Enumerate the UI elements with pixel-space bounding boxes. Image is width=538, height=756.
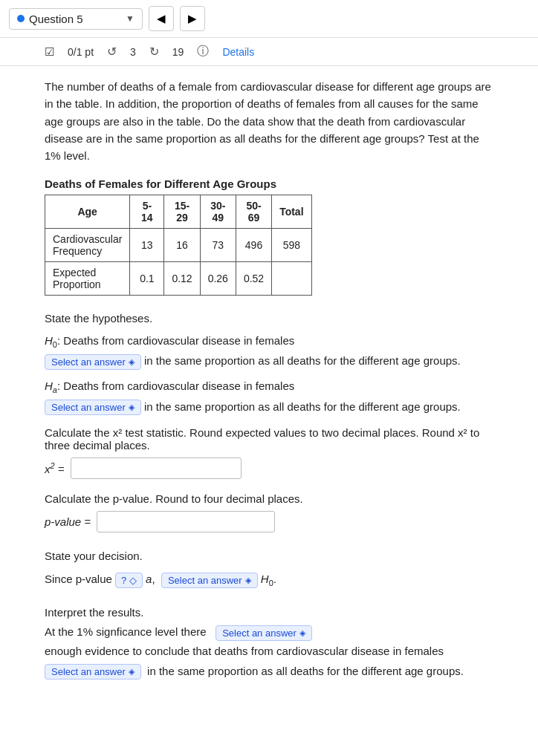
ha-text: : Deaths from cardiovascular disease in … <box>57 379 294 392</box>
interpret-suffix: in the same proportion as all deaths for… <box>147 665 464 677</box>
chi-squared-input[interactable] <box>71 457 242 479</box>
ha-suffix: in the same proportion as all deaths for… <box>144 400 461 413</box>
top-navigation-bar: Question 5 ▼ ◀ ▶ <box>0 0 538 38</box>
cell-exp-total <box>272 262 311 296</box>
prev-question-button[interactable]: ◀ <box>149 6 174 31</box>
h0-line: H0: Deaths from cardiovascular disease i… <box>45 331 493 371</box>
interpret-prefix: At the 1% signficance level there <box>45 625 207 638</box>
question-status-dot <box>17 15 25 22</box>
decision-select-chevron-icon: ◈ <box>245 576 251 585</box>
table-section: Deaths of Females for Different Age Grou… <box>45 177 493 296</box>
cell-cardio-15-29: 16 <box>164 229 200 262</box>
pvalue-comparison-button[interactable]: ? ◇ <box>115 573 143 588</box>
qmark-label: ? ◇ <box>121 575 137 586</box>
chi-squared-label: x2 = <box>45 461 65 475</box>
interpret-section: Interpret the results. At the 1% signfic… <box>45 603 493 681</box>
decision-section: State your decision. Since p-value ? ◇ a… <box>45 546 493 591</box>
main-content: The number of deaths of a female from ca… <box>0 66 538 699</box>
submission-count: 19 <box>172 46 184 58</box>
details-link[interactable]: Details <box>222 46 254 58</box>
cell-exp-30-49: 0.26 <box>200 262 236 296</box>
col-header-5-14: 5-14 <box>130 195 164 229</box>
chi-squared-intro: Calculate the x² test statistic. Round e… <box>45 426 493 452</box>
interpret-select2-button[interactable]: Select an answer ◈ <box>45 664 141 680</box>
hypothesis-section: State the hypotheses. H0: Deaths from ca… <box>45 309 493 416</box>
hypothesis-intro: State the hypotheses. <box>45 309 493 328</box>
pvalue-label: p-value = <box>45 515 91 528</box>
info-icon: ⓘ <box>197 44 209 59</box>
cell-exp-50-69: 0.52 <box>236 262 271 296</box>
pvalue-input-row: p-value = <box>45 511 493 532</box>
col-header-30-49: 30-49 <box>200 195 236 229</box>
table-row: ExpectedProportion 0.1 0.12 0.26 0.52 <box>45 262 312 296</box>
cell-exp-15-29: 0.12 <box>164 262 200 296</box>
retry-icon: ↺ <box>107 45 117 59</box>
ha-select-answer-button[interactable]: Select an answer ◈ <box>45 400 141 415</box>
decision-select-label: Select an answer <box>168 575 242 586</box>
cell-cardio-5-14: 13 <box>130 229 164 262</box>
table-title: Deaths of Females for Different Age Grou… <box>45 177 493 190</box>
interpret-line: At the 1% signficance level there Select… <box>45 622 493 681</box>
question-selector-chevron-icon: ▼ <box>126 13 134 24</box>
score-bar: ☑ 0/1 pt ↺ 3 ↻ 19 ⓘ Details <box>0 38 538 66</box>
table-header-row: Age 5-14 15-29 30-49 50-69 Total <box>45 195 312 229</box>
col-header-total: Total <box>272 195 311 229</box>
cell-cardio-total: 598 <box>272 229 311 262</box>
interpret-select1-label: Select an answer <box>222 628 296 639</box>
pvalue-section: Calculate the p-value. Round to four dec… <box>45 492 493 532</box>
col-header-age: Age <box>45 195 130 229</box>
next-icon: ▶ <box>188 12 197 25</box>
alpha-text: a, <box>146 573 158 585</box>
h0-select-chevron-icon: ◈ <box>129 357 134 367</box>
decision-h0: H0. <box>261 573 276 585</box>
h0-label: H0 <box>45 334 57 347</box>
data-table: Age 5-14 15-29 30-49 50-69 Total Cardiov… <box>45 195 312 296</box>
decision-select-answer-button[interactable]: Select an answer ◈ <box>161 573 258 588</box>
cell-exp-5-14: 0.1 <box>130 262 164 296</box>
row-label-cardiovascular: CardiovascularFrequency <box>45 229 130 262</box>
ha-select-chevron-icon: ◈ <box>129 403 134 412</box>
question-selector[interactable]: Question 5 ▼ <box>9 8 143 30</box>
submit-icon: ↻ <box>149 45 159 59</box>
interpret-intro: Interpret the results. <box>45 603 493 622</box>
interpret-select2-chevron-icon: ◈ <box>129 667 134 677</box>
ha-line: Ha: Deaths from cardiovascular disease i… <box>45 377 493 416</box>
row-label-expected: ExpectedProportion <box>45 262 130 296</box>
cell-cardio-50-69: 496 <box>236 229 271 262</box>
col-header-50-69: 50-69 <box>236 195 271 229</box>
decision-line: Since p-value ? ◇ a, Select an answer ◈ … <box>45 569 493 591</box>
h0-select-answer-label: Select an answer <box>51 356 126 368</box>
next-question-button[interactable]: ▶ <box>180 6 205 31</box>
chi-squared-input-row: x2 = <box>45 457 493 479</box>
score-display: 0/1 pt <box>68 46 94 58</box>
check-icon: ☑ <box>45 45 54 59</box>
h0-select-answer-button[interactable]: Select an answer ◈ <box>45 354 141 370</box>
table-row: CardiovascularFrequency 13 16 73 496 598 <box>45 229 312 262</box>
ha-label: Ha <box>45 379 57 392</box>
col-header-15-29: 15-29 <box>164 195 200 229</box>
problem-text: The number of deaths of a female from ca… <box>45 78 493 164</box>
interpret-middle: enough evidence to conclude that deaths … <box>45 645 444 657</box>
interpret-select1-chevron-icon: ◈ <box>299 628 305 638</box>
h0-text: : Deaths from cardiovascular disease in … <box>57 334 294 347</box>
pvalue-intro: Calculate the p-value. Round to four dec… <box>45 492 493 505</box>
retry-count: 3 <box>130 46 136 58</box>
pvalue-input[interactable] <box>97 511 275 532</box>
ha-select-answer-label: Select an answer <box>51 402 126 413</box>
decision-prefix: Since p-value <box>45 573 112 585</box>
h0-suffix: in the same proportion as all deaths for… <box>144 354 461 367</box>
cell-cardio-30-49: 73 <box>200 229 236 262</box>
interpret-select1-button[interactable]: Select an answer ◈ <box>215 625 312 641</box>
question-label: Question 5 <box>29 13 83 25</box>
interpret-select2-label: Select an answer <box>51 666 126 677</box>
prev-icon: ◀ <box>157 12 166 25</box>
decision-intro: State your decision. <box>45 546 493 566</box>
chi-squared-section: Calculate the x² test statistic. Round e… <box>45 426 493 479</box>
